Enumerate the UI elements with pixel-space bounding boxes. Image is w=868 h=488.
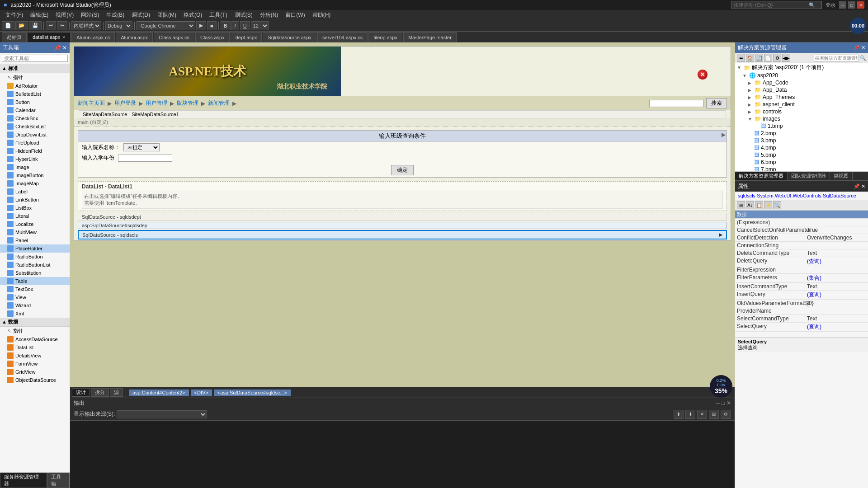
nav-blockmgmt[interactable]: 版块管理 bbox=[177, 99, 198, 107]
search-input[interactable] bbox=[649, 100, 703, 107]
props-alphabetical-btn[interactable]: A↓ bbox=[746, 201, 754, 209]
props-close[interactable]: ✕ bbox=[861, 183, 865, 189]
toolbox-item-textbox[interactable]: TextBox bbox=[0, 285, 70, 293]
menu-help[interactable]: 帮助(H) bbox=[309, 10, 335, 20]
menu-tools[interactable]: 工具(T) bbox=[206, 10, 231, 20]
toolbox-item-button[interactable]: Button bbox=[0, 98, 70, 106]
tree-6bmp[interactable]: 🖼 6.bmp bbox=[735, 159, 868, 166]
output-btn1[interactable]: ⬆ bbox=[674, 410, 684, 419]
browser-dropdown[interactable]: Google Chrome bbox=[137, 21, 195, 30]
source-tab[interactable]: 源 bbox=[110, 388, 123, 397]
output-source-dropdown[interactable] bbox=[117, 410, 207, 418]
output-btn5[interactable]: ⚙ bbox=[721, 410, 731, 419]
props-events-btn[interactable]: ⚡ bbox=[764, 201, 772, 209]
props-val-insertcmdtype[interactable]: Text bbox=[805, 283, 868, 290]
toolbox-item-checkbox[interactable]: CheckBox bbox=[0, 114, 70, 122]
tree-3bmp[interactable]: 🖼 3.bmp bbox=[735, 137, 868, 144]
toolbox-section-data[interactable]: ▲ 数据 bbox=[0, 318, 70, 327]
toolbox-item-hiddenfield[interactable]: HiddenField bbox=[0, 147, 70, 155]
toolbox-item-localize[interactable]: Localize bbox=[0, 220, 70, 228]
props-props-btn[interactable]: 📋 bbox=[755, 201, 763, 209]
toolbox-item-calendar[interactable]: Calendar bbox=[0, 106, 70, 114]
props-val-filterexp[interactable] bbox=[805, 266, 868, 273]
sqldatasource2-bar[interactable]: SqlDataSource - sqldscls ▶ bbox=[78, 230, 727, 239]
props-val-cancelselect[interactable]: True bbox=[805, 226, 868, 234]
path-content2[interactable]: asp:Content#Content2> bbox=[129, 389, 189, 396]
tree-1bmp[interactable]: 🖼 1.bmp bbox=[735, 122, 868, 130]
output-btn2[interactable]: ⬇ bbox=[685, 410, 695, 419]
props-val-provider[interactable] bbox=[805, 307, 868, 314]
tree-app-data[interactable]: ▶ 📁 App_Data bbox=[735, 86, 868, 94]
toolbox-item-dropdownlist[interactable]: DropDownList bbox=[0, 131, 70, 139]
props-val-connstring[interactable] bbox=[805, 242, 868, 249]
toolbox-item-radiobuttonlist[interactable]: RadioButtonList bbox=[0, 261, 70, 269]
menu-format[interactable]: 格式(O) bbox=[180, 10, 206, 20]
toolbox-item-imagebutton[interactable]: ImageButton bbox=[0, 171, 70, 179]
redo-btn[interactable]: ↪ bbox=[57, 21, 67, 30]
solution-btn6[interactable]: ◀▶ bbox=[782, 54, 790, 62]
server-explorer-tab[interactable]: 服务器资源管理器 bbox=[0, 473, 47, 488]
quick-launch-input[interactable] bbox=[732, 2, 809, 8]
tab-class-cs[interactable]: Class.aspx.cs bbox=[154, 32, 194, 42]
solution-pin[interactable]: 📌 bbox=[854, 45, 860, 51]
design-tab[interactable]: 设计 bbox=[72, 388, 90, 397]
tree-images[interactable]: ▼ 📁 images bbox=[735, 115, 868, 122]
tab-datalist[interactable]: datalist.aspx ✕ bbox=[28, 32, 71, 42]
toolbox-item-multiview[interactable]: MultiView bbox=[0, 228, 70, 236]
solution-btn3[interactable]: 🔄 bbox=[755, 54, 763, 62]
props-val-conflict[interactable]: OverwriteChanges bbox=[805, 234, 868, 241]
toolbox-item-hyperlink[interactable]: HyperLink bbox=[0, 155, 70, 163]
bold-btn[interactable]: B bbox=[221, 21, 231, 30]
new-btn[interactable]: 📄 bbox=[2, 21, 14, 30]
tree-app-code[interactable]: ▶ 📁 App_Code bbox=[735, 79, 868, 86]
close-btn[interactable]: ✕ bbox=[857, 1, 864, 9]
props-val-expressions[interactable] bbox=[805, 219, 868, 226]
props-val-filterparams[interactable]: (集合) bbox=[805, 274, 868, 282]
menu-build[interactable]: 生成(B) bbox=[103, 10, 128, 20]
tree-4bmp[interactable]: 🖼 4.bmp bbox=[735, 144, 868, 151]
tab-fileup[interactable]: fileup.aspx bbox=[368, 32, 402, 42]
toolbox-item-listbox[interactable]: ListBox bbox=[0, 204, 70, 212]
tree-project[interactable]: ▼ 🌐 asp2020 bbox=[735, 72, 868, 79]
tab-start[interactable]: 起始页 bbox=[2, 32, 27, 42]
output-close[interactable]: ✕ bbox=[726, 400, 731, 406]
output-maximize[interactable]: □ bbox=[722, 400, 725, 406]
toolbox-close[interactable]: ✕ bbox=[62, 45, 67, 51]
undo-btn[interactable]: ↩ bbox=[46, 21, 56, 30]
toolbox-item-xml[interactable]: Xml bbox=[0, 310, 70, 318]
form-dept-dropdown[interactable]: 未担定 bbox=[123, 143, 160, 151]
italic-btn[interactable]: I bbox=[231, 21, 239, 30]
toolbox-search-input[interactable] bbox=[2, 55, 68, 62]
tab-sqldatasource[interactable]: Sqldatasource.aspx bbox=[263, 32, 316, 42]
nav-login[interactable]: 用户登录 bbox=[114, 99, 136, 107]
toolbox-item-detailsview[interactable]: DetailsView bbox=[0, 352, 70, 360]
tab-datalist-close[interactable]: ✕ bbox=[62, 35, 66, 40]
tree-7bmp[interactable]: 🖼 7.bmp bbox=[735, 166, 868, 172]
toolbox-item-checkboxlist[interactable]: CheckBoxList bbox=[0, 122, 70, 131]
path-sqldatasource[interactable]: <asp:SqlDataSource#sqldsc...> bbox=[214, 389, 291, 396]
save-btn[interactable]: 💾 bbox=[29, 21, 42, 30]
solution-btn4[interactable]: 📄 bbox=[764, 54, 772, 62]
nav-newsmgmt[interactable]: 新闻管理 bbox=[208, 99, 230, 107]
toolbox-item-accessdatasource[interactable]: AccessDataSource bbox=[0, 335, 70, 343]
toolbox-item-adrotator[interactable]: AdRotator bbox=[0, 82, 70, 90]
props-pin[interactable]: 📌 bbox=[854, 183, 860, 189]
tree-controls[interactable]: ▶ 📁 controls bbox=[735, 108, 868, 115]
toolbox-item-pointer1[interactable]: ↖ 指针 bbox=[0, 73, 70, 82]
toolbox-item-linkbutton[interactable]: LinkButton bbox=[0, 196, 70, 204]
toolbox-bottom-tab[interactable]: 工具箱 bbox=[47, 473, 70, 488]
tab-class[interactable]: Class.aspx bbox=[195, 32, 230, 42]
nav-usermgmt[interactable]: 用户管理 bbox=[146, 99, 167, 107]
tree-aspnet-client[interactable]: ▶ 📁 aspnet_client bbox=[735, 101, 868, 108]
team-explorer-rtab[interactable]: 团队资源管理器 bbox=[788, 172, 830, 180]
menu-debug[interactable]: 调试(D) bbox=[128, 10, 154, 20]
toolbox-item-imagemap[interactable]: ImageMap bbox=[0, 179, 70, 188]
props-search-btn[interactable]: 🔍 bbox=[773, 201, 781, 209]
toolbox-item-literal[interactable]: Literal bbox=[0, 212, 70, 220]
tab-alumni[interactable]: Alumni.aspx bbox=[116, 32, 153, 42]
output-btn3[interactable]: ✕ bbox=[697, 410, 707, 419]
toolbox-pin[interactable]: 📌 bbox=[54, 45, 61, 51]
split-tab[interactable]: 拆分 bbox=[91, 388, 109, 397]
form-year-input[interactable] bbox=[118, 155, 172, 162]
menu-file[interactable]: 文件(F) bbox=[2, 10, 27, 20]
